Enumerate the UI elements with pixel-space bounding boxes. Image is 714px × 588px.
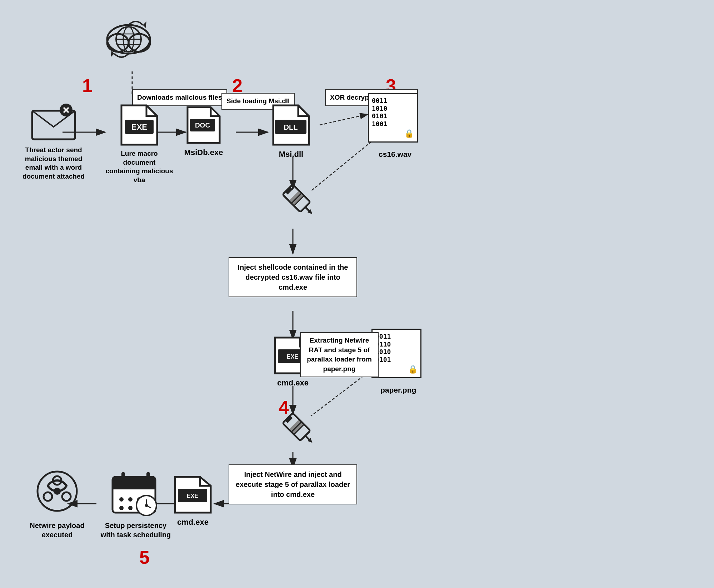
exe1-label: Lure macro document containing malicious… xyxy=(105,149,173,185)
syringe2-icon xyxy=(275,404,318,450)
svg-rect-60 xyxy=(146,472,150,482)
netwire-label: Netwire payload executed xyxy=(21,521,93,539)
paperpng-icon: 0011011010100101 🔒 xyxy=(371,329,421,378)
cloud-icon xyxy=(100,14,157,61)
doc-label: MsiDb.exe xyxy=(184,148,223,158)
svg-point-72 xyxy=(145,504,148,507)
step-1-label: 1 xyxy=(82,75,93,96)
cmdexe2-icon: EXE cmd.exe xyxy=(171,475,214,528)
svg-line-6 xyxy=(311,136,379,191)
svg-text:EXE: EXE xyxy=(131,123,147,131)
svg-point-61 xyxy=(119,497,124,502)
svg-point-65 xyxy=(119,506,124,510)
dll-icon: DLL Msi.dll xyxy=(268,104,314,160)
cmdexe2-label: cmd.exe xyxy=(177,517,209,528)
cs16wav-icon: 0011101001011001 🔒 xyxy=(368,93,418,143)
paperpng-label: paper.png xyxy=(380,386,416,394)
svg-text:DLL: DLL xyxy=(284,123,298,131)
svg-point-77 xyxy=(54,488,61,495)
svg-point-66 xyxy=(128,506,133,510)
svg-text:EXE: EXE xyxy=(187,493,198,499)
task-label: Setup persistency with task scheduling xyxy=(100,521,171,539)
email-label: Threat actor send malicious themed email… xyxy=(18,146,89,181)
netwire-icon: Netwire payload executed xyxy=(21,468,93,539)
task-icon: Setup persistency with task scheduling xyxy=(100,468,171,539)
doc-icon: DOC MsiDb.exe xyxy=(182,105,225,158)
svg-line-4 xyxy=(320,114,368,125)
email-icon-node: Threat actor send malicious themed email… xyxy=(18,104,89,181)
cmdexe1-label: cmd.exe xyxy=(277,378,309,388)
syringe1-icon xyxy=(275,175,318,221)
callout-extract: Extracting Netwire RAT and stage 5 of pa… xyxy=(300,332,379,377)
svg-text:DOC: DOC xyxy=(195,121,210,129)
svg-text:EXE: EXE xyxy=(287,354,298,360)
svg-rect-58 xyxy=(113,484,155,489)
inject1-box: Inject shellcode contained in the decryp… xyxy=(229,257,357,297)
cs16wav-label: cs16.wav xyxy=(379,150,411,159)
svg-point-76 xyxy=(62,492,71,501)
diagram: 1 Downloads malicious files Threat actor… xyxy=(0,0,714,588)
svg-marker-26 xyxy=(143,21,146,28)
step-5-label: 5 xyxy=(139,547,150,568)
svg-rect-59 xyxy=(121,472,125,482)
svg-point-62 xyxy=(128,497,133,502)
inject2-box: Inject NetWire and inject and execute st… xyxy=(229,464,357,504)
dll-label: Msi.dll xyxy=(279,149,303,160)
svg-point-75 xyxy=(44,492,52,501)
exe1-icon: EXE Lure macro document containing malic… xyxy=(105,104,173,185)
